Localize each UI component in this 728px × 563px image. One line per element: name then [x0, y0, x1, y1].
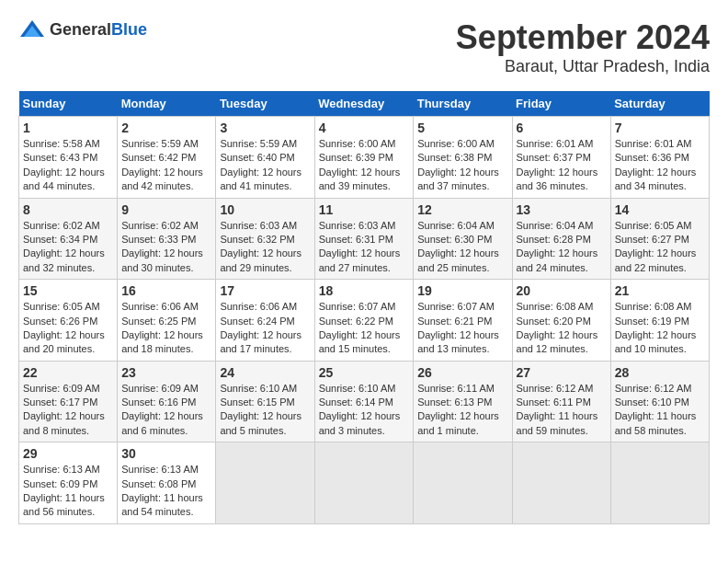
day-info: Sunrise: 5:58 AM Sunset: 6:43 PM Dayligh… — [23, 137, 113, 194]
day-info: Sunrise: 6:12 AM Sunset: 6:11 PM Dayligh… — [517, 382, 607, 439]
calendar-week-4: 29Sunrise: 6:13 AM Sunset: 6:09 PM Dayli… — [19, 442, 710, 524]
calendar-cell: 29Sunrise: 6:13 AM Sunset: 6:09 PM Dayli… — [19, 442, 118, 524]
title-area: September 2024 Baraut, Uttar Pradesh, In… — [456, 18, 710, 76]
calendar-cell: 1Sunrise: 5:58 AM Sunset: 6:43 PM Daylig… — [19, 117, 118, 199]
day-number: 9 — [121, 202, 211, 217]
dow-thursday: Thursday — [414, 91, 512, 117]
month-title: September 2024 — [456, 18, 710, 57]
calendar-cell: 23Sunrise: 6:09 AM Sunset: 6:16 PM Dayli… — [118, 361, 216, 442]
calendar-cell: 14Sunrise: 6:05 AM Sunset: 6:27 PM Dayli… — [610, 198, 709, 280]
calendar-cell: 13Sunrise: 6:04 AM Sunset: 6:28 PM Dayli… — [512, 198, 610, 280]
logo: GeneralBlue — [18, 18, 147, 40]
day-number: 22 — [23, 365, 113, 380]
dow-tuesday: Tuesday — [216, 91, 314, 117]
calendar-cell: 2Sunrise: 5:59 AM Sunset: 6:42 PM Daylig… — [118, 117, 216, 199]
calendar-cell: 8Sunrise: 6:02 AM Sunset: 6:34 PM Daylig… — [19, 198, 118, 280]
calendar-cell: 19Sunrise: 6:07 AM Sunset: 6:21 PM Dayli… — [414, 280, 512, 362]
day-info: Sunrise: 6:04 AM Sunset: 6:28 PM Dayligh… — [517, 219, 607, 276]
calendar-cell: 20Sunrise: 6:08 AM Sunset: 6:20 PM Dayli… — [512, 280, 610, 362]
day-number: 18 — [319, 283, 410, 298]
dow-sunday: Sunday — [19, 91, 118, 117]
calendar-cell: 25Sunrise: 6:10 AM Sunset: 6:14 PM Dayli… — [314, 361, 414, 442]
days-of-week-header: SundayMondayTuesdayWednesdayThursdayFrid… — [19, 91, 710, 117]
day-number: 7 — [615, 121, 705, 135]
day-info: Sunrise: 6:05 AM Sunset: 6:27 PM Dayligh… — [615, 219, 705, 276]
logo-icon — [18, 18, 46, 40]
calendar-week-1: 8Sunrise: 6:02 AM Sunset: 6:34 PM Daylig… — [19, 198, 710, 280]
day-info: Sunrise: 6:12 AM Sunset: 6:10 PM Dayligh… — [615, 382, 705, 439]
location-title: Baraut, Uttar Pradesh, India — [456, 57, 710, 76]
calendar-week-2: 15Sunrise: 6:05 AM Sunset: 6:26 PM Dayli… — [19, 280, 710, 362]
day-number: 16 — [121, 283, 211, 298]
calendar-body: 1Sunrise: 5:58 AM Sunset: 6:43 PM Daylig… — [19, 117, 710, 524]
dow-friday: Friday — [512, 91, 610, 117]
calendar-cell: 4Sunrise: 6:00 AM Sunset: 6:39 PM Daylig… — [314, 117, 414, 199]
calendar-cell: 15Sunrise: 6:05 AM Sunset: 6:26 PM Dayli… — [19, 280, 118, 362]
day-info: Sunrise: 6:10 AM Sunset: 6:15 PM Dayligh… — [220, 382, 310, 439]
day-info: Sunrise: 6:10 AM Sunset: 6:14 PM Dayligh… — [319, 382, 410, 439]
calendar-cell: 10Sunrise: 6:03 AM Sunset: 6:32 PM Dayli… — [216, 198, 314, 280]
day-number: 4 — [319, 121, 410, 135]
logo-general-text: General — [50, 20, 111, 39]
day-number: 6 — [517, 121, 607, 135]
calendar-cell — [610, 442, 709, 524]
day-info: Sunrise: 6:07 AM Sunset: 6:22 PM Dayligh… — [319, 300, 410, 357]
day-number: 3 — [220, 121, 310, 135]
dow-monday: Monday — [118, 91, 216, 117]
day-number: 17 — [220, 283, 310, 298]
day-info: Sunrise: 6:02 AM Sunset: 6:34 PM Dayligh… — [23, 219, 113, 276]
day-info: Sunrise: 6:13 AM Sunset: 6:08 PM Dayligh… — [121, 463, 211, 520]
day-number: 10 — [220, 202, 310, 217]
day-info: Sunrise: 6:01 AM Sunset: 6:36 PM Dayligh… — [615, 137, 705, 194]
day-info: Sunrise: 6:13 AM Sunset: 6:09 PM Dayligh… — [23, 463, 113, 520]
day-number: 19 — [417, 283, 507, 298]
day-info: Sunrise: 6:05 AM Sunset: 6:26 PM Dayligh… — [23, 300, 113, 357]
day-number: 2 — [121, 121, 211, 135]
calendar-cell: 17Sunrise: 6:06 AM Sunset: 6:24 PM Dayli… — [216, 280, 314, 362]
day-number: 11 — [319, 202, 410, 217]
day-info: Sunrise: 6:07 AM Sunset: 6:21 PM Dayligh… — [417, 300, 507, 357]
calendar-table: SundayMondayTuesdayWednesdayThursdayFrid… — [18, 91, 710, 524]
calendar-cell: 26Sunrise: 6:11 AM Sunset: 6:13 PM Dayli… — [414, 361, 512, 442]
day-number: 26 — [417, 365, 507, 380]
day-number: 25 — [319, 365, 410, 380]
day-number: 8 — [23, 202, 113, 217]
calendar-cell — [314, 442, 414, 524]
page-header: GeneralBlue September 2024 Baraut, Uttar… — [18, 18, 710, 76]
day-info: Sunrise: 6:03 AM Sunset: 6:32 PM Dayligh… — [220, 219, 310, 276]
calendar-week-3: 22Sunrise: 6:09 AM Sunset: 6:17 PM Dayli… — [19, 361, 710, 442]
calendar-cell — [512, 442, 610, 524]
day-info: Sunrise: 6:02 AM Sunset: 6:33 PM Dayligh… — [121, 219, 211, 276]
calendar-cell: 11Sunrise: 6:03 AM Sunset: 6:31 PM Dayli… — [314, 198, 414, 280]
day-info: Sunrise: 6:00 AM Sunset: 6:39 PM Dayligh… — [319, 137, 410, 194]
calendar-cell: 9Sunrise: 6:02 AM Sunset: 6:33 PM Daylig… — [118, 198, 216, 280]
dow-saturday: Saturday — [610, 91, 709, 117]
calendar-cell: 3Sunrise: 5:59 AM Sunset: 6:40 PM Daylig… — [216, 117, 314, 199]
day-info: Sunrise: 6:03 AM Sunset: 6:31 PM Dayligh… — [319, 219, 410, 276]
day-number: 20 — [517, 283, 607, 298]
day-number: 29 — [23, 446, 113, 461]
day-number: 21 — [615, 283, 705, 298]
calendar-cell: 22Sunrise: 6:09 AM Sunset: 6:17 PM Dayli… — [19, 361, 118, 442]
calendar-cell: 24Sunrise: 6:10 AM Sunset: 6:15 PM Dayli… — [216, 361, 314, 442]
day-info: Sunrise: 6:01 AM Sunset: 6:37 PM Dayligh… — [517, 137, 607, 194]
day-number: 15 — [23, 283, 113, 298]
day-number: 23 — [121, 365, 211, 380]
day-info: Sunrise: 6:06 AM Sunset: 6:24 PM Dayligh… — [220, 300, 310, 357]
day-info: Sunrise: 6:08 AM Sunset: 6:19 PM Dayligh… — [615, 300, 705, 357]
day-info: Sunrise: 5:59 AM Sunset: 6:42 PM Dayligh… — [121, 137, 211, 194]
calendar-cell: 21Sunrise: 6:08 AM Sunset: 6:19 PM Dayli… — [610, 280, 709, 362]
calendar-cell: 28Sunrise: 6:12 AM Sunset: 6:10 PM Dayli… — [610, 361, 709, 442]
day-number: 27 — [517, 365, 607, 380]
day-number: 5 — [417, 121, 507, 135]
day-info: Sunrise: 5:59 AM Sunset: 6:40 PM Dayligh… — [220, 137, 310, 194]
day-number: 24 — [220, 365, 310, 380]
day-info: Sunrise: 6:09 AM Sunset: 6:17 PM Dayligh… — [23, 382, 113, 439]
day-info: Sunrise: 6:08 AM Sunset: 6:20 PM Dayligh… — [517, 300, 607, 357]
day-number: 14 — [615, 202, 705, 217]
calendar-cell — [414, 442, 512, 524]
calendar-cell: 5Sunrise: 6:00 AM Sunset: 6:38 PM Daylig… — [414, 117, 512, 199]
day-number: 28 — [615, 365, 705, 380]
calendar-cell: 6Sunrise: 6:01 AM Sunset: 6:37 PM Daylig… — [512, 117, 610, 199]
logo-blue-text: Blue — [111, 20, 147, 39]
